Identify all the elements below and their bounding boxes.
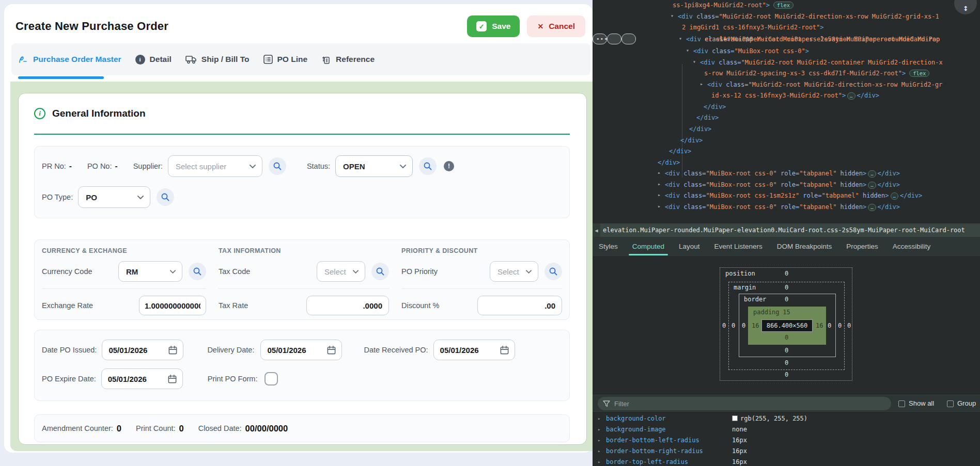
delivery-date-label: Delivery Date: [207, 346, 254, 354]
dom-tree-row[interactable]: ▾<div class="MuiGrid2-root MuiGrid2-dire… [593, 11, 980, 23]
box-model-diagram[interactable]: position 0 0 0 0 margin 0 0 0 0 border 0… [720, 267, 852, 381]
currency-search-button[interactable] [189, 263, 206, 280]
tax-code-search-button[interactable] [371, 263, 389, 280]
dom-tree-row[interactable]: </div> [593, 146, 980, 157]
dom-tree-row[interactable]: ▸<div class="MuiBox-root css-0" role="ta… [593, 168, 980, 180]
expand-arrow-icon[interactable]: ▸ [658, 192, 661, 198]
devtools-tab-event-listeners[interactable]: Event Listeners [714, 237, 763, 256]
supplier-label: Supplier: [133, 162, 163, 170]
tax-code-select[interactable]: Select [317, 261, 365, 282]
discount-input[interactable] [477, 296, 562, 315]
collapse-arrow-icon[interactable]: ▾ [679, 36, 682, 41]
dom-tree-row[interactable]: er-elevation0 MuiCard-root css-2s58ym-Mu… [607, 34, 621, 45]
dom-tree-row[interactable]: </div> [593, 113, 980, 124]
dom-tree-row[interactable]: ss-1pi8xg4-MuiGrid2-root">flex [593, 0, 980, 11]
currency-code-select[interactable]: RM [118, 261, 182, 282]
exchange-rate-input[interactable] [139, 296, 206, 315]
tab-detail[interactable]: i Detail [135, 55, 172, 65]
status-select[interactable]: OPEN [335, 155, 413, 177]
property-value: 16px [732, 458, 747, 465]
dom-tree-row[interactable]: ▸<div class="MuiBox-root css-1sm2s1z" ro… [593, 190, 980, 202]
identifiers-box: PR No: - PO No: - Supplier: Select suppl… [34, 146, 570, 218]
expand-arrow-icon[interactable]: ▸ [598, 448, 600, 454]
group-checkbox[interactable] [947, 400, 954, 407]
divider [401, 288, 562, 289]
print-count-label: Print Count: [136, 424, 176, 432]
breadcrumb-text[interactable]: elevation.MuiPaper-rounded.MuiPaper-elev… [600, 227, 965, 234]
tax-rate-label: Tax Rate [219, 301, 248, 310]
dom-tree-row[interactable]: s-row MuiGrid2-spacing-xs-3 css-dkd71f-M… [593, 68, 980, 79]
po-type-search-button[interactable] [157, 188, 174, 206]
dom-tree-row[interactable]: ▾<div class="MuiGrid2-root MuiGrid2-cont… [593, 57, 980, 69]
computed-property-row[interactable]: ▸border-bottom-right-radius16px [593, 445, 980, 456]
date-received-po-input[interactable]: 05/01/2026 [433, 340, 515, 360]
dom-tree-row[interactable]: </div> [593, 102, 980, 113]
pr-no-label: PR No: [42, 162, 66, 170]
po-type-select[interactable]: PO [78, 186, 150, 208]
dom-tree-row[interactable]: </div> [593, 124, 980, 135]
dom-tree-row[interactable]: </div> [593, 135, 980, 147]
print-po-form-checkbox[interactable] [265, 372, 278, 385]
dom-tree-row[interactable]: ▸<div class="MuiGrid2-root MuiGrid2-dire… [593, 79, 980, 91]
delivery-date-input[interactable]: 05/01/2026 [260, 340, 342, 360]
supplier-select[interactable]: Select supplier [168, 155, 262, 177]
content-box: 866.400×560 [761, 319, 813, 332]
computed-property-row[interactable]: ▸border-bottom-left-radius16px [593, 435, 980, 445]
filter-input[interactable] [614, 400, 862, 408]
cancel-button[interactable]: ✕ Cancel [527, 15, 585, 37]
expand-arrow-icon[interactable]: ▸ [598, 416, 600, 421]
expand-arrow-icon[interactable]: ▸ [658, 203, 661, 209]
po-tabbar: Purchase Order Master i Detail Ship / Bi… [11, 43, 590, 75]
devtools-tab-computed[interactable]: Computed [632, 237, 664, 256]
tax-code-label: Tax Code [219, 267, 250, 276]
po-priority-select[interactable]: Select [490, 261, 538, 282]
collapse-arrow-icon[interactable]: ▾ [671, 13, 674, 19]
dom-tree-row[interactable]: ▸<div class="MuiBox-root css-0" role="ta… [593, 202, 980, 213]
tab-ship-bill-to[interactable]: Ship / Bill To [185, 55, 250, 64]
po-no-label: PO No: [87, 162, 112, 170]
computed-property-row[interactable]: ▸border-top-left-radius16px [593, 456, 980, 466]
devtools-tab-styles[interactable]: Styles [599, 237, 618, 256]
tab-po-line[interactable]: PO Line [263, 55, 308, 64]
content-dimensions: 866.400×560 [767, 322, 807, 329]
devtools-tab-properties[interactable]: Properties [846, 237, 878, 256]
devtools-tab-dom-breakpoints[interactable]: DOM Breakpoints [777, 237, 832, 256]
supplier-search-button[interactable] [269, 157, 286, 175]
tax-information-group: TAX INFORMATION Tax Code Select [219, 247, 389, 319]
dom-tree-row[interactable]: 2 imgGird1 css-16fnxy3-MuiGrid2-root"> [593, 22, 980, 34]
position-top-value: 0 [720, 270, 853, 277]
dom-tree-row[interactable]: t"> == $0 [621, 34, 636, 45]
expand-arrow-icon[interactable]: ▸ [700, 81, 703, 87]
expand-arrow-icon[interactable]: ▸ [598, 459, 600, 464]
expand-arrow-icon[interactable]: ▸ [598, 427, 600, 432]
dom-tree-row[interactable]: •••▾<div class="MuiPaper-root MuiPaper-e… [593, 34, 607, 45]
show-all-checkbox[interactable] [898, 400, 905, 407]
tax-rate-input[interactable] [306, 296, 389, 315]
breadcrumb-scroll-left-button[interactable]: ◀ [593, 223, 600, 237]
tab-reference[interactable]: Reference [321, 55, 375, 65]
dom-tree-row[interactable]: ▾<div class="MuiBox-root css-0"> [593, 46, 980, 57]
devtools-tab-accessibility[interactable]: Accessibility [893, 237, 931, 256]
border-right-value: 0 [828, 322, 831, 329]
expand-arrow-icon[interactable]: ▸ [658, 170, 661, 175]
date-po-issued-input[interactable]: 05/01/2026 [102, 340, 183, 360]
dom-tree-row[interactable]: </div> [593, 157, 980, 169]
dom-tree-row[interactable]: ▸<div class="MuiBox-root css-0" role="ta… [593, 180, 980, 191]
po-expire-date-input[interactable]: 05/01/2026 [101, 368, 183, 389]
section-divider [34, 134, 570, 135]
status-search-button[interactable] [419, 157, 437, 175]
padding-top-value: 15 [720, 309, 853, 316]
expand-arrow-icon[interactable]: ▸ [658, 181, 661, 187]
save-button[interactable]: ✓ Save [467, 15, 520, 37]
expand-arrow-icon[interactable]: ▸ [598, 438, 600, 443]
po-priority-search-button[interactable] [545, 263, 562, 280]
collapse-arrow-icon[interactable]: ▾ [693, 59, 696, 65]
computed-property-row[interactable]: ▸background-imagenone [593, 424, 980, 435]
dom-tree-row[interactable]: id-xs-12 css-16fnxy3-MuiGrid2-root">…</d… [593, 90, 980, 102]
computed-property-row[interactable]: ▸background-colorrgb(255, 255, 255) [593, 413, 980, 424]
collapse-arrow-icon[interactable]: ▾ [686, 47, 689, 53]
position-right-value: 0 [847, 322, 851, 329]
priority-group-header: PRIORITY & DISCOUNT [401, 247, 562, 254]
devtools-tab-layout[interactable]: Layout [679, 237, 700, 256]
tab-purchase-order-master[interactable]: Purchase Order Master [18, 55, 121, 64]
